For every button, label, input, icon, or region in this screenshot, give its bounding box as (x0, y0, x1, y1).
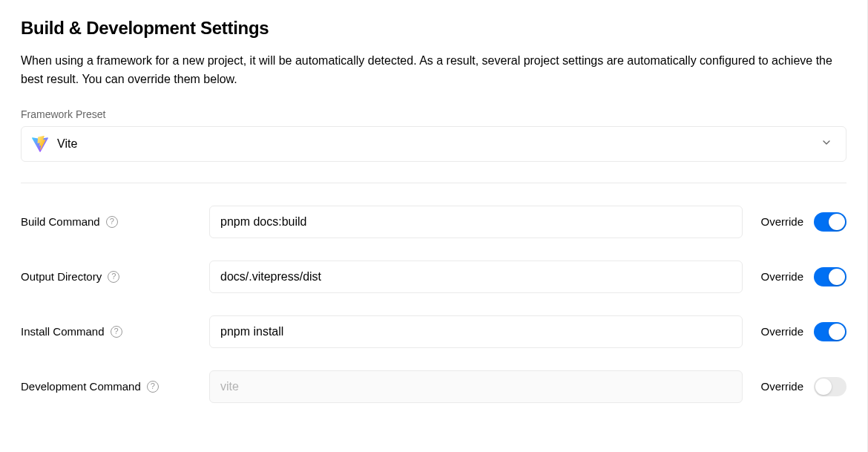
help-icon[interactable]: ? (108, 271, 119, 283)
build-command-label: Build Command (21, 215, 100, 228)
chevron-down-icon (821, 137, 832, 151)
build-command-input[interactable] (209, 206, 743, 238)
build-command-override-toggle[interactable] (814, 212, 846, 232)
install-command-row: Install Command ? Override (21, 315, 846, 348)
install-command-override-toggle[interactable] (814, 322, 846, 341)
override-label: Override (760, 380, 803, 393)
development-command-input[interactable] (209, 370, 743, 403)
output-directory-input[interactable] (209, 261, 743, 293)
override-label: Override (760, 215, 803, 228)
output-directory-label: Output Directory (21, 270, 102, 283)
help-icon[interactable]: ? (111, 326, 122, 338)
build-settings-panel: Build & Development Settings When using … (0, 0, 868, 452)
output-directory-row: Output Directory ? Override (21, 261, 846, 293)
framework-preset-value: Vite (57, 137, 77, 151)
framework-preset-select[interactable]: Vite (21, 126, 846, 162)
override-label: Override (760, 270, 803, 283)
install-command-input[interactable] (209, 315, 743, 348)
install-command-label: Install Command (21, 325, 105, 338)
help-icon[interactable]: ? (147, 381, 159, 393)
override-label: Override (760, 325, 803, 338)
build-command-row: Build Command ? Override (21, 206, 846, 238)
vite-icon (32, 136, 48, 152)
help-icon[interactable]: ? (106, 216, 118, 228)
development-command-override-toggle[interactable] (814, 377, 846, 396)
framework-preset-label: Framework Preset (21, 108, 846, 120)
divider (21, 183, 846, 183)
page-description: When using a framework for a new project… (21, 52, 846, 89)
page-title: Build & Development Settings (21, 18, 846, 39)
output-directory-override-toggle[interactable] (814, 267, 846, 286)
development-command-label: Development Command (21, 380, 141, 393)
development-command-row: Development Command ? Override (21, 370, 846, 403)
